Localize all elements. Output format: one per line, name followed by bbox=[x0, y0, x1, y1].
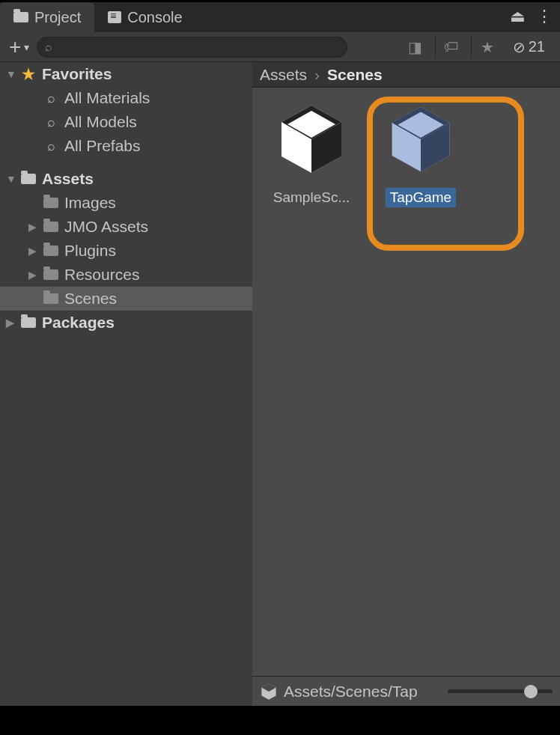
sidebar-item-label: All Prefabs bbox=[64, 137, 141, 155]
search-icon: ⌕ bbox=[45, 40, 52, 54]
slider-knob[interactable] bbox=[524, 685, 538, 698]
sidebar-item-all-models[interactable]: ⌕ All Models bbox=[0, 110, 252, 134]
breadcrumb-current[interactable]: Scenes bbox=[327, 66, 383, 84]
project-icon bbox=[13, 12, 28, 22]
breadcrumb: Assets › Scenes bbox=[252, 62, 560, 88]
asset-item-tapgame[interactable]: TapGame bbox=[372, 98, 469, 665]
sidebar-item-scenes[interactable]: Scenes bbox=[0, 287, 252, 311]
sidebar-item-resources[interactable]: ▶ Resources bbox=[0, 263, 252, 287]
assets-label: Assets bbox=[42, 170, 94, 188]
asset-label: TapGame bbox=[386, 188, 456, 207]
asset-label: SampleSc... bbox=[269, 188, 354, 207]
unity-scene-icon bbox=[380, 98, 462, 180]
folder-icon bbox=[43, 293, 58, 304]
folder-icon bbox=[43, 269, 58, 280]
sidebar-item-plugins[interactable]: ▶ Plugins bbox=[0, 239, 252, 263]
favorite-button[interactable]: ★ bbox=[471, 36, 504, 58]
sidebar-item-label: All Materials bbox=[64, 89, 150, 107]
eye-off-icon: ⊘ bbox=[513, 38, 526, 56]
tab-console[interactable]: Console bbox=[94, 2, 195, 32]
expand-icon[interactable]: ▼ bbox=[6, 68, 19, 80]
hidden-count-value: 21 bbox=[529, 38, 545, 55]
status-bar: Assets/Scenes/Tap bbox=[252, 676, 560, 706]
sidebar-item-all-materials[interactable]: ⌕ All Materials bbox=[0, 86, 252, 110]
tab-label: Console bbox=[127, 9, 182, 26]
lock-icon[interactable]: ⏏ bbox=[510, 7, 526, 26]
sidebar-item-label: Plugins bbox=[64, 242, 116, 260]
expand-icon[interactable]: ▶ bbox=[28, 245, 42, 257]
sidebar-item-label: Images bbox=[64, 194, 116, 212]
hidden-items-toggle[interactable]: ⊘ 21 bbox=[507, 38, 551, 56]
expand-icon[interactable]: ▶ bbox=[6, 317, 19, 329]
search-field[interactable]: ⌕ bbox=[37, 37, 347, 58]
tab-bar: Project Console ⏏ ⋮ bbox=[0, 2, 560, 32]
expand-icon[interactable]: ▼ bbox=[6, 173, 19, 185]
toolbar: +▾ ⌕ ◨ 🏷 ★ ⊘ 21 bbox=[0, 32, 560, 62]
console-icon bbox=[108, 11, 121, 23]
sidebar-item-label: JMO Assets bbox=[64, 218, 148, 236]
search-input[interactable] bbox=[57, 40, 339, 54]
sidebar-item-label: All Models bbox=[64, 113, 137, 131]
breadcrumb-root[interactable]: Assets bbox=[260, 66, 307, 84]
tab-project[interactable]: Project bbox=[0, 2, 94, 32]
search-icon: ⌕ bbox=[42, 115, 60, 130]
content-area: Assets › Scenes SampleSc... bbox=[252, 62, 560, 706]
folder-icon bbox=[43, 222, 58, 232]
sidebar-item-jmo-assets[interactable]: ▶ JMO Assets bbox=[0, 215, 252, 239]
folder-icon bbox=[21, 174, 36, 184]
sidebar-tree: ▼ ★ Favorites ⌕ All Materials ⌕ All Mode… bbox=[0, 62, 252, 706]
tab-label: Project bbox=[34, 9, 81, 26]
expand-icon[interactable]: ▶ bbox=[28, 221, 42, 233]
add-button[interactable]: +▾ bbox=[9, 35, 29, 59]
search-by-type-button[interactable]: ◨ bbox=[399, 36, 432, 58]
favorites-header[interactable]: ▼ ★ Favorites bbox=[0, 62, 252, 86]
folder-icon bbox=[21, 317, 36, 328]
dropdown-icon: ▾ bbox=[24, 41, 29, 53]
unity-scene-icon bbox=[270, 98, 353, 180]
expand-icon[interactable]: ▶ bbox=[28, 269, 42, 281]
chevron-right-icon: › bbox=[314, 66, 320, 84]
packages-header[interactable]: ▶ Packages bbox=[0, 311, 252, 335]
sidebar-item-label: Resources bbox=[64, 266, 139, 284]
star-icon: ★ bbox=[22, 65, 35, 83]
folder-icon bbox=[43, 198, 58, 208]
asset-path: Assets/Scenes/Tap bbox=[284, 683, 442, 701]
folder-icon bbox=[43, 245, 58, 256]
sidebar-item-images[interactable]: Images bbox=[0, 191, 252, 215]
packages-label: Packages bbox=[42, 314, 115, 332]
favorites-label: Favorites bbox=[42, 65, 112, 83]
sidebar-item-all-prefabs[interactable]: ⌕ All Prefabs bbox=[0, 134, 252, 158]
kebab-menu-icon[interactable]: ⋮ bbox=[536, 7, 553, 26]
asset-grid: SampleSc... TapGame bbox=[252, 88, 560, 676]
search-icon: ⌕ bbox=[42, 91, 60, 106]
asset-item-samplescene[interactable]: SampleSc... bbox=[263, 98, 360, 665]
assets-header[interactable]: ▼ Assets bbox=[0, 167, 252, 191]
thumbnail-size-slider[interactable] bbox=[448, 689, 553, 693]
sidebar-item-label: Scenes bbox=[64, 290, 117, 308]
search-icon: ⌕ bbox=[42, 138, 60, 154]
unity-icon bbox=[260, 683, 278, 701]
search-by-label-button[interactable]: 🏷 bbox=[435, 36, 468, 58]
